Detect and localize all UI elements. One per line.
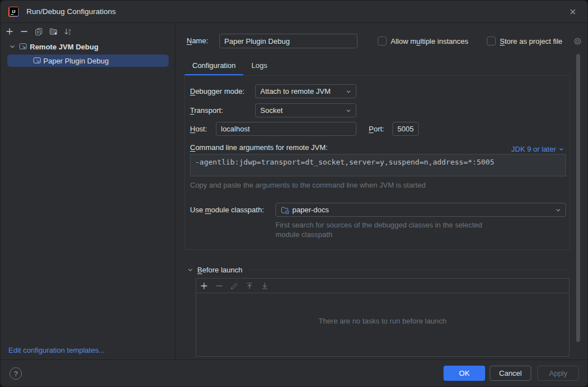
divider — [248, 270, 568, 270]
before-launch-empty-text: There are no tasks to run before launch — [196, 293, 569, 356]
before-launch-title: Before launch — [197, 266, 242, 274]
port-input[interactable] — [392, 122, 419, 136]
ok-button[interactable]: OK — [444, 366, 485, 381]
tab-logs[interactable]: Logs — [243, 56, 275, 76]
allow-multiple-instances-checkbox[interactable]: Allow multiple instances — [378, 37, 468, 45]
configuration-tab-panel: Debugger mode: Attach to remote JVM Tran… — [184, 75, 570, 250]
host-label: Host: — [190, 122, 207, 136]
copy-configuration-icon[interactable] — [34, 27, 43, 36]
remote-jvm-debug-icon — [19, 42, 28, 51]
transport-select[interactable]: Socket — [255, 103, 356, 117]
tree-item-label: Paper Plugin Debug — [43, 57, 108, 65]
run-debug-configurations-dialog: IJ Run/Debug Configurations az — [0, 0, 588, 387]
before-launch-toolbar — [196, 279, 569, 293]
add-task-icon[interactable] — [200, 281, 209, 290]
host-input[interactable] — [216, 122, 356, 136]
configuration-editor: Name: Allow multiple instances Store as … — [176, 24, 587, 359]
move-task-up-icon[interactable] — [245, 281, 254, 290]
sidebar-toolbar: az — [1, 24, 175, 38]
tree-item-label: Remote JVM Debug — [30, 43, 98, 51]
intellij-logo-icon: IJ — [8, 7, 19, 17]
cancel-button[interactable]: Cancel — [490, 366, 531, 381]
help-icon[interactable]: ? — [10, 367, 22, 380]
close-icon[interactable] — [566, 5, 580, 19]
add-configuration-icon[interactable] — [5, 27, 14, 36]
before-launch-tasks-panel: There are no tasks to run before launch — [196, 278, 569, 357]
edit-configuration-templates-link[interactable]: Edit configuration templates... — [8, 346, 105, 354]
arguments-hint: Copy and paste the arguments to the comm… — [190, 180, 426, 190]
checkbox-box[interactable] — [378, 37, 387, 45]
port-label: Port: — [369, 122, 384, 136]
command-line-arguments-label: Command line arguments for remote JVM: — [190, 142, 328, 153]
module-icon — [281, 206, 290, 215]
chevron-down-icon — [558, 145, 565, 153]
checkbox-label: Store as project file — [500, 37, 562, 45]
debugger-mode-label: Debugger mode: — [190, 84, 245, 98]
jvm-arguments-field[interactable]: -agentlib:jdwp=transport=dt_socket,serve… — [190, 154, 566, 176]
before-launch-header[interactable]: Before launch — [187, 265, 568, 274]
debugger-mode-select[interactable]: Attach to remote JVM — [255, 84, 356, 98]
tree-item-paper-plugin-debug[interactable]: Paper Plugin Debug — [7, 54, 169, 67]
new-folder-icon[interactable] — [49, 27, 58, 36]
titlebar: IJ Run/Debug Configurations — [1, 1, 587, 23]
remove-configuration-icon[interactable] — [20, 27, 29, 36]
window-title: Run/Debug Configurations — [26, 7, 116, 16]
checkbox-box[interactable] — [487, 37, 496, 45]
remove-task-icon[interactable] — [215, 281, 224, 290]
module-classpath-label: Use module classpath: — [190, 203, 264, 217]
move-task-down-icon[interactable] — [260, 281, 269, 290]
chevron-down-icon — [554, 206, 562, 214]
chevron-down-icon — [345, 107, 352, 115]
apply-button[interactable]: Apply — [537, 366, 579, 381]
sort-configurations-icon[interactable]: az — [64, 27, 73, 36]
transport-label: Transport: — [190, 103, 223, 117]
dialog-footer: ? OK Cancel Apply — [1, 359, 587, 386]
tab-bar: Configuration Logs — [184, 56, 275, 76]
module-classpath-hint: First search for sources of the debugged… — [275, 220, 489, 239]
store-settings-gear-icon[interactable] — [573, 37, 582, 46]
checkbox-label: Allow multiple instances — [391, 37, 468, 45]
module-classpath-select[interactable]: paper-docs — [275, 203, 566, 217]
chevron-down-icon — [8, 43, 16, 51]
configurations-sidebar: az Remote JVM Debug Paper Plugin Debug E… — [1, 24, 175, 359]
edit-task-icon[interactable] — [230, 281, 239, 290]
jdk-version-select[interactable]: JDK 9 or later — [512, 143, 565, 154]
svg-text:z: z — [69, 31, 70, 35]
name-label: Name: — [187, 34, 208, 48]
remote-jvm-debug-icon — [33, 56, 42, 65]
tab-configuration[interactable]: Configuration — [184, 56, 243, 76]
chevron-down-icon — [187, 266, 194, 274]
tree-item-remote-jvm-debug[interactable]: Remote JVM Debug — [1, 40, 175, 53]
store-as-project-file-checkbox[interactable]: Store as project file — [487, 37, 562, 45]
vertical-scrollbar[interactable] — [576, 54, 580, 342]
chevron-down-icon — [345, 88, 352, 95]
name-input[interactable] — [219, 34, 358, 48]
